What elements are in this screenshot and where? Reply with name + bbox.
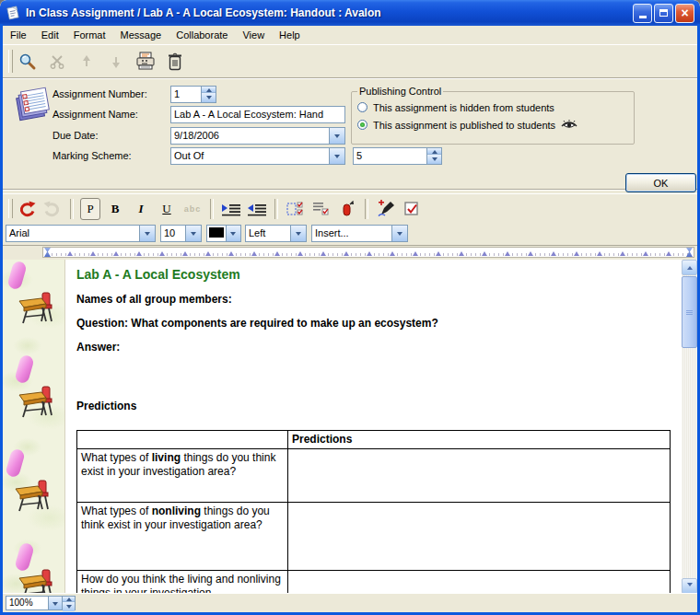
radio-unselected-icon[interactable] [357, 102, 368, 112]
abc-label: abc [184, 204, 202, 214]
ruler-tick [90, 249, 96, 256]
font-color-dropdown[interactable] [206, 225, 241, 242]
radio-selected-icon[interactable] [357, 120, 368, 130]
delete-button[interactable] [163, 50, 187, 74]
editor-toolbar: P B I U abc [3, 193, 697, 223]
scissors-icon [50, 54, 64, 69]
scroll-down-icon [687, 583, 693, 589]
italic-button[interactable]: I [130, 198, 152, 220]
scrollbar-thumb[interactable] [682, 276, 697, 348]
insert-chevron-icon[interactable] [391, 226, 407, 241]
approve-button[interactable] [401, 198, 423, 220]
marking-scheme-dropdown[interactable]: Out Of [170, 147, 345, 165]
annotate-button[interactable] [375, 198, 397, 220]
hidden-option-row[interactable]: This assignment is hidden from students [357, 99, 628, 116]
font-size-dropdown[interactable]: 10 [160, 225, 202, 242]
school-desk-decoration [18, 568, 56, 594]
close-icon: × [681, 6, 688, 19]
ruler-tick [597, 249, 602, 256]
ruler-tick [298, 249, 303, 256]
ruler-tick [136, 249, 142, 256]
ruler-tick [482, 249, 487, 256]
ok-button[interactable]: OK [625, 173, 696, 192]
scissors-button-disabled [45, 50, 69, 74]
back-icon [80, 55, 93, 68]
published-option-row[interactable]: This assignment is published to students [357, 116, 628, 133]
maximize-button[interactable] [654, 4, 673, 23]
toolbar-grip[interactable] [8, 50, 13, 73]
list-field-button[interactable] [310, 198, 332, 220]
app-icon [6, 6, 20, 20]
scroll-up-button[interactable] [682, 260, 697, 275]
due-date-chevron-icon[interactable] [329, 128, 344, 144]
color-chevron-icon[interactable] [226, 226, 240, 241]
predictions-section-title: Predictions [76, 400, 136, 412]
underline-button[interactable]: U [156, 198, 178, 220]
question-cell: How do you think the living and nonlivin… [77, 571, 288, 595]
stepper-down-icon[interactable] [202, 92, 216, 102]
undo-button[interactable] [16, 198, 38, 220]
answer-cell[interactable] [288, 449, 671, 503]
stepper-down-icon[interactable] [427, 154, 441, 164]
insert-field-icon [286, 201, 305, 217]
ruler-tick [574, 249, 579, 256]
ruler-tick [159, 249, 165, 256]
bold-button[interactable]: B [104, 198, 126, 220]
assignment-name-field[interactable]: Lab A - A Local Ecosystem: Hand [170, 106, 345, 123]
zoom-value: 100% [6, 597, 48, 609]
zoom-control[interactable]: 100% [6, 596, 76, 610]
vertical-scrollbar[interactable] [682, 260, 697, 594]
publishing-control-group: Publishing Control This assignment is hi… [351, 86, 635, 145]
menu-bar: File Edit Format Message Collaborate Vie… [3, 26, 697, 45]
outdent-button[interactable] [246, 198, 268, 220]
indent-button[interactable] [220, 198, 242, 220]
search-button[interactable] [16, 50, 40, 74]
close-button[interactable]: × [675, 4, 694, 23]
alignment-dropdown[interactable]: Left [245, 225, 307, 242]
answer-cell[interactable] [288, 503, 671, 571]
maximize-icon [659, 9, 668, 17]
ruler-tick [620, 249, 625, 256]
insert-field-button[interactable] [285, 198, 307, 220]
menu-file[interactable]: File [3, 27, 34, 43]
app-window: In Class Assignment / Lab A - A Local Ec… [0, 0, 700, 615]
menu-help[interactable]: Help [272, 27, 308, 43]
marking-points-stepper[interactable] [426, 148, 441, 164]
print-button[interactable] [134, 50, 158, 74]
outdent-icon [247, 202, 267, 216]
insert-dropdown[interactable]: Insert... [311, 225, 408, 242]
school-desk-icon [18, 568, 56, 594]
left-indent-marker[interactable] [44, 248, 51, 257]
menu-collaborate[interactable]: Collaborate [169, 27, 235, 43]
menu-view[interactable]: View [235, 27, 272, 43]
font-chevron-icon[interactable] [139, 226, 155, 241]
font-size-chevron-icon[interactable] [185, 226, 201, 241]
record-field-button[interactable] [336, 198, 358, 220]
right-indent-marker[interactable] [686, 248, 693, 257]
alignment-chevron-icon[interactable] [290, 226, 306, 241]
zoom-stepper[interactable] [62, 597, 75, 609]
marking-points-field[interactable]: 5 [353, 147, 442, 165]
table-row: What types of living things do you think… [77, 449, 671, 503]
menu-edit[interactable]: Edit [34, 27, 66, 43]
marking-scheme-chevron-icon[interactable] [329, 148, 344, 164]
document-body[interactable]: Lab A - A Local Ecosystem Names of all g… [65, 260, 682, 594]
menu-format[interactable]: Format [66, 27, 113, 43]
minimize-button[interactable] [633, 4, 652, 23]
editor-toolbar-grip[interactable] [8, 199, 13, 218]
answer-cell[interactable] [288, 571, 671, 595]
paragraph-style-button[interactable]: P [80, 198, 100, 220]
menu-message[interactable]: Message [113, 27, 169, 43]
document-area: Lab A - A Local Ecosystem Names of all g… [3, 260, 697, 594]
scroll-down-button[interactable] [682, 578, 697, 594]
assignment-number-field[interactable]: 1 [170, 86, 216, 103]
title-bar: In Class Assignment / Lab A - A Local Ec… [0, 0, 700, 26]
publishing-control-legend: Publishing Control [357, 86, 443, 97]
due-date-dropdown[interactable]: 9/18/2006 [170, 127, 345, 145]
stepper-down-icon[interactable] [63, 601, 75, 611]
font-family-dropdown[interactable]: Arial [6, 225, 156, 242]
assignment-name-label: Assignment Name: [52, 109, 138, 120]
assignment-number-stepper[interactable] [201, 87, 216, 102]
italic-label: I [138, 202, 143, 216]
zoom-chevron-icon[interactable] [48, 597, 62, 609]
